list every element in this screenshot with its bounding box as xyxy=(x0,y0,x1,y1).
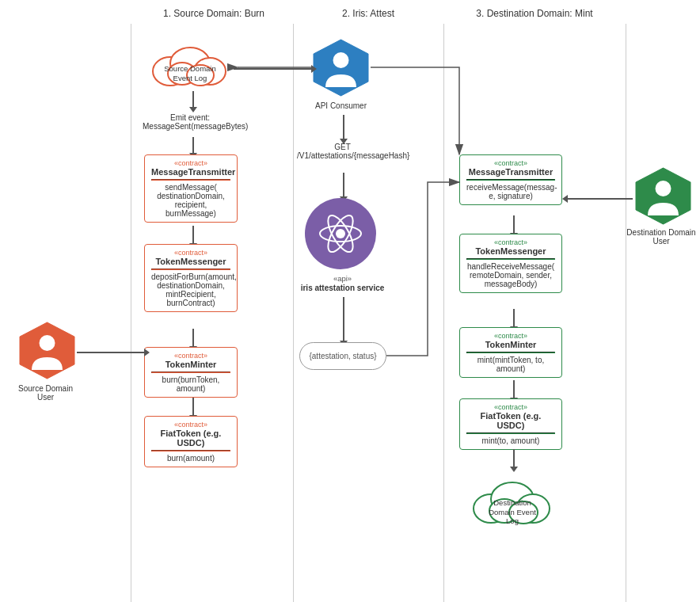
arrow-destuser-to-mt xyxy=(562,195,633,203)
msg-transmitter-dst: «contract» MessageTransmitter receiveMes… xyxy=(459,154,562,205)
attestation-box: {attestation, status} xyxy=(299,342,386,370)
dest-user-label: Destination DomainUser xyxy=(626,228,697,246)
iris-stereotype: «api» xyxy=(297,274,388,283)
arrow-cloud-to-emit xyxy=(189,91,197,112)
token-minter-src: «contract» TokenMinter burn(burnToken, a… xyxy=(144,347,238,398)
fiat-token-src: «contract» FiatToken (e.g. USDC) burn(am… xyxy=(144,416,238,467)
svg-text:Log: Log xyxy=(506,516,519,525)
arrow-user-to-tm xyxy=(77,349,150,356)
get-label: GET/V1/attestations/{messageHash} xyxy=(297,143,388,160)
token-messenger-src: «contract» TokenMessenger depositForBurn… xyxy=(144,244,238,312)
iris-circle xyxy=(305,198,376,269)
col-headers: 1. Source Domain: Burn 2. Iris: Attest 3… xyxy=(135,8,700,19)
col2-header: 2. Iris: Attest xyxy=(293,8,443,19)
dest-event-log: Destination Domain Event Log xyxy=(467,469,558,540)
source-user-hex xyxy=(17,321,77,380)
divider-1 xyxy=(131,24,131,602)
emit-event-label: Emit event:MessageSent(messageBytes) xyxy=(143,113,238,131)
source-user-label: Source DomainUser xyxy=(8,384,83,402)
svg-text:Source Domain: Source Domain xyxy=(164,64,215,73)
svg-text:Domain Event: Domain Event xyxy=(489,508,536,516)
msg-transmitter-src: «contract» MessageTransmitter sendMessag… xyxy=(144,154,238,223)
diagram-container: 1. Source Domain: Burn 2. Iris: Attest 3… xyxy=(0,0,700,602)
iris-label: iris attestation service xyxy=(297,284,388,292)
divider-3 xyxy=(443,24,444,602)
api-consumer-label: API Consumer xyxy=(311,101,371,110)
fiat-token-dst: «contract» FiatToken (e.g. USDC) mint(to… xyxy=(459,398,562,450)
api-consumer-hex xyxy=(311,38,371,97)
token-messenger-dst: «contract» TokenMessenger handleReceiveM… xyxy=(459,234,562,293)
svg-text:Destination: Destination xyxy=(493,498,531,507)
arrow-cloud-to-api xyxy=(234,65,317,73)
svg-text:Event Log: Event Log xyxy=(173,74,207,82)
divider-4 xyxy=(626,24,626,602)
dest-user-hex xyxy=(633,166,693,226)
col3-header: 3. Destination Domain: Mint xyxy=(443,8,626,19)
col1-header: 1. Source Domain: Burn xyxy=(135,8,293,19)
token-minter-dst: «contract» TokenMinter mint(mintToken, t… xyxy=(459,327,562,378)
arrow-iris-to-attest xyxy=(340,297,348,346)
svg-point-11 xyxy=(336,229,345,238)
svg-point-10 xyxy=(333,52,349,68)
svg-point-16 xyxy=(656,181,671,196)
arrow-api-to-get xyxy=(340,115,348,144)
divider-2 xyxy=(293,24,294,602)
svg-point-8 xyxy=(40,335,55,351)
